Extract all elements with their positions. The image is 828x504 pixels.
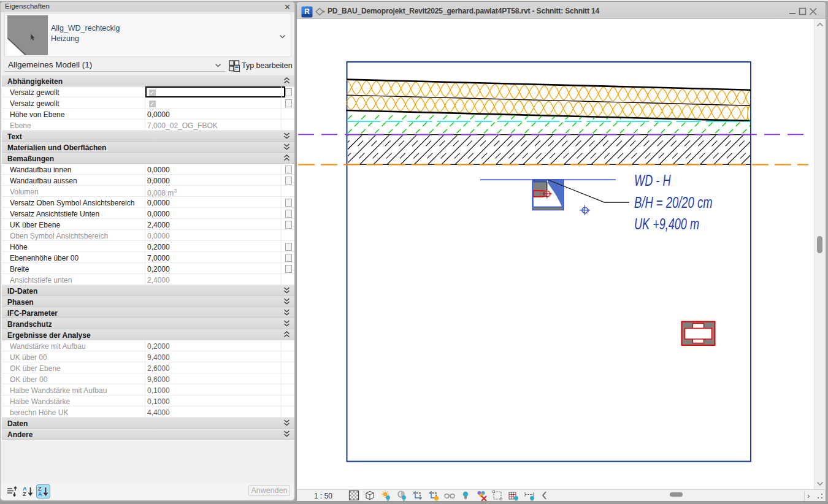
svg-text:Z: Z — [23, 491, 26, 497]
svg-text:A: A — [38, 491, 42, 497]
svg-text:WD - H: WD - H — [634, 171, 671, 189]
svg-text:B/H = 20/20 cm: B/H = 20/20 cm — [634, 193, 713, 212]
svg-text:R: R — [304, 7, 310, 16]
svg-text:UK +9,400 m: UK +9,400 m — [634, 215, 699, 233]
